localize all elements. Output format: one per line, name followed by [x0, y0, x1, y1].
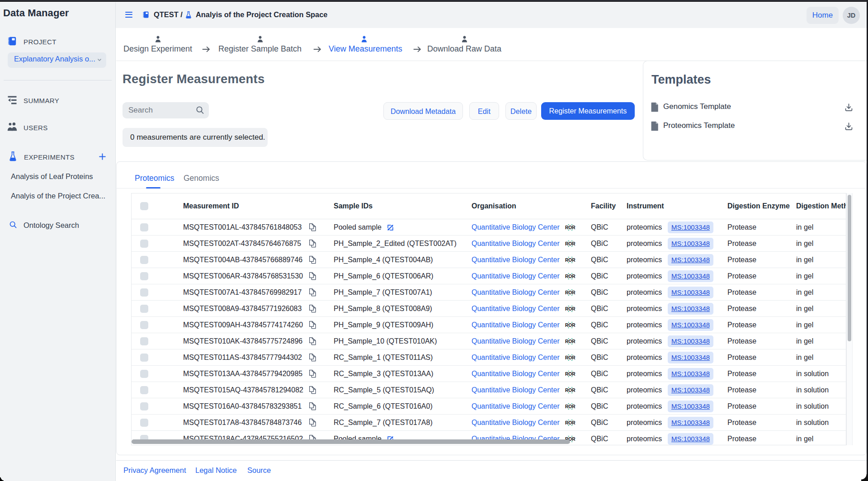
svg-text:ROR: ROR	[565, 290, 576, 295]
svg-text:ROR: ROR	[565, 306, 576, 311]
svg-text:ROR: ROR	[565, 225, 576, 230]
svg-text:ROR: ROR	[565, 371, 576, 376]
svg-text:ROR: ROR	[565, 257, 576, 262]
svg-text:ROR: ROR	[565, 387, 576, 392]
svg-text:ROR: ROR	[565, 322, 576, 327]
svg-text:ROR: ROR	[565, 274, 576, 278]
svg-text:ROR: ROR	[565, 404, 576, 409]
svg-text:ROR: ROR	[565, 420, 576, 425]
svg-text:ROR: ROR	[565, 355, 576, 360]
svg-text:ROR: ROR	[565, 241, 576, 246]
svg-text:ROR: ROR	[565, 339, 576, 344]
